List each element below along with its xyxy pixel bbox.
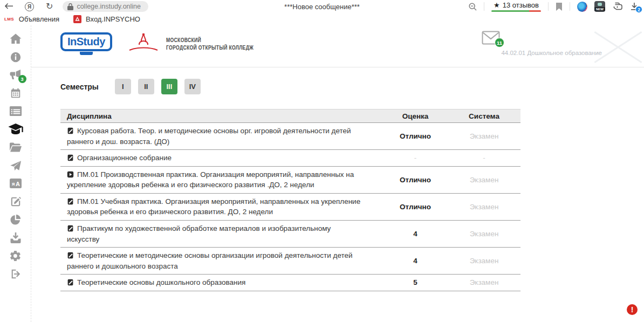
book-icon	[67, 279, 74, 286]
sidebar-item-journal[interactable]	[8, 104, 24, 118]
lock-icon	[67, 3, 73, 10]
search-icon[interactable]	[469, 3, 477, 11]
semester-button-4[interactable]: IV	[184, 79, 201, 94]
system-value: -	[448, 154, 520, 162]
grades-table: Дисциплина Оценка Система Курсовая работ…	[60, 109, 520, 291]
refresh-button[interactable]: ↻	[46, 2, 53, 11]
semester-switcher: Семестры I II III IV	[60, 79, 644, 94]
pie-chart-icon	[10, 214, 22, 225]
sidebar-item-dictionary[interactable]: яA	[8, 176, 24, 190]
folder-open-icon	[9, 142, 22, 153]
sidebar-item-messages[interactable]	[8, 159, 24, 173]
rating-bar	[491, 10, 541, 12]
hand-pointer-icon[interactable]	[612, 2, 623, 11]
decorative-x	[592, 28, 644, 65]
col-grade: Оценка	[383, 112, 448, 120]
back-arrow-icon	[4, 3, 13, 10]
college-logo: МОСКОВСКИЙ ГОРОДСКОЙ ОТКРЫТЫЙ КОЛЛЕДЖ	[126, 32, 273, 56]
book-icon	[67, 154, 74, 161]
semester-button-1[interactable]: I	[115, 79, 131, 94]
downloads-button[interactable]: 2	[630, 2, 639, 11]
grade-value: 5	[383, 278, 448, 286]
sidebar-item-calendar[interactable]	[8, 86, 24, 100]
discipline-name: ПМ.01 Учебная практика. Организация меро…	[67, 197, 360, 216]
mail-badge: 11	[495, 38, 504, 47]
table-row[interactable]: ПМ.01 Производственная практика. Организ…	[60, 167, 520, 194]
alert-notification[interactable]: !	[627, 304, 638, 315]
main-content: InStudy МОСКОВСКИЙ ГОРОДСКОЙ ОТКРЫТЫЙ КО…	[31, 25, 644, 322]
sidebar-item-downloads[interactable]	[8, 231, 24, 245]
discipline-name: Курсовая работа. Теор. и методические ос…	[67, 127, 351, 146]
bookmark-label: Объявления	[19, 15, 59, 23]
program-name: 44.02.01 Дошкольное образование	[501, 50, 602, 56]
yandex-button[interactable]: Я	[25, 2, 34, 11]
instudy-logo[interactable]: InStudy	[60, 32, 112, 55]
reviews-widget[interactable]: ★ 13 отзывов	[491, 1, 541, 12]
bookmark-announcements[interactable]: LMS Объявления	[4, 15, 59, 23]
gear-icon	[9, 250, 22, 262]
system-value: Экзамен	[448, 278, 520, 286]
sidebar-item-settings[interactable]	[8, 249, 24, 263]
system-value: Экзамен	[448, 132, 520, 140]
semester-button-3[interactable]: III	[161, 79, 177, 94]
instudy-logo-text: InStudy	[60, 32, 112, 51]
browser-toolbar: Я ↻ college.instudy.online ***Новое сооб…	[0, 0, 644, 13]
bookmark-inpsycho[interactable]: Вход.INPSYCHO	[73, 15, 140, 23]
book-icon	[67, 225, 74, 232]
inpsycho-emblem-icon	[73, 15, 81, 23]
graduation-cap-icon	[8, 124, 23, 135]
bookmark-flag-icon[interactable]	[556, 3, 563, 11]
semester-button-2[interactable]: II	[138, 79, 154, 94]
divider	[484, 2, 484, 11]
system-value: Экзамен	[448, 230, 520, 238]
col-system: Система	[448, 112, 520, 120]
sidebar-item-home[interactable]	[8, 32, 24, 46]
discipline-name: Практикум по художественной обработке ма…	[67, 224, 331, 243]
table-row[interactable]: ПМ.01 Учебная практика. Организация меро…	[60, 194, 520, 221]
sidebar-item-logout[interactable]	[8, 267, 24, 281]
sidebar-nav: 3 яA	[0, 25, 31, 322]
extension-globe-icon[interactable]	[577, 2, 587, 12]
lms-icon: LMS	[4, 16, 15, 22]
address-bar[interactable]: college.instudy.online	[63, 1, 148, 12]
sidebar-item-statistics[interactable]	[8, 213, 24, 227]
paper-plane-icon	[9, 160, 22, 172]
sidebar-item-files[interactable]	[8, 140, 24, 154]
sidebar-item-grades[interactable]	[8, 122, 24, 136]
logout-icon	[10, 268, 22, 280]
star-icon: ★	[494, 1, 500, 9]
downloads-badge: 2	[635, 6, 642, 13]
grade-value: 4	[383, 230, 448, 238]
back-button[interactable]	[4, 3, 13, 10]
discipline-name: Теоретические основы дошкольного образов…	[77, 278, 245, 286]
reviews-label: 13 отзывов	[503, 1, 539, 9]
col-discipline: Дисциплина	[60, 112, 383, 120]
system-value: Экзамен	[448, 257, 520, 265]
announcements-badge: 3	[18, 75, 26, 83]
college-name-line2: ГОРОДСКОЙ ОТКРЫТЫЙ КОЛЛЕДЖ	[166, 44, 254, 51]
translate-icon: яA	[9, 178, 22, 189]
discipline-name: ПМ.01 Производственная практика. Организ…	[67, 170, 354, 189]
svg-text:A: A	[16, 181, 20, 187]
divider	[570, 2, 570, 11]
sidebar-item-edit[interactable]	[8, 195, 24, 209]
bookmark-label: Вход.INPSYCHO	[86, 15, 140, 23]
table-row[interactable]: Теоретические и методические основы орга…	[60, 248, 520, 275]
play-icon	[67, 171, 74, 178]
site-header: InStudy МОСКОВСКИЙ ГОРОДСКОЙ ОТКРЫТЫЙ КО…	[31, 25, 644, 67]
book-icon	[67, 198, 74, 205]
info-icon	[10, 51, 22, 63]
grade-value: Отлично	[383, 176, 448, 184]
sidebar-item-announcements[interactable]: 3	[8, 68, 24, 82]
semesters-label: Семестры	[60, 83, 99, 91]
sidebar-item-info[interactable]	[8, 50, 24, 64]
table-row[interactable]: Практикум по художественной обработке ма…	[60, 221, 520, 248]
extension-new-icon[interactable]: NEW	[594, 1, 605, 12]
grade-value: -	[383, 154, 448, 162]
table-row[interactable]: Теоретические основы дошкольного образов…	[60, 275, 520, 291]
table-row[interactable]: Организационное собрание - -	[60, 150, 520, 167]
mail-button[interactable]: 11	[482, 31, 500, 45]
calendar-icon	[10, 87, 22, 99]
college-name-line1: МОСКОВСКИЙ	[166, 36, 254, 44]
table-row[interactable]: Курсовая работа. Теор. и методические ос…	[60, 123, 520, 150]
